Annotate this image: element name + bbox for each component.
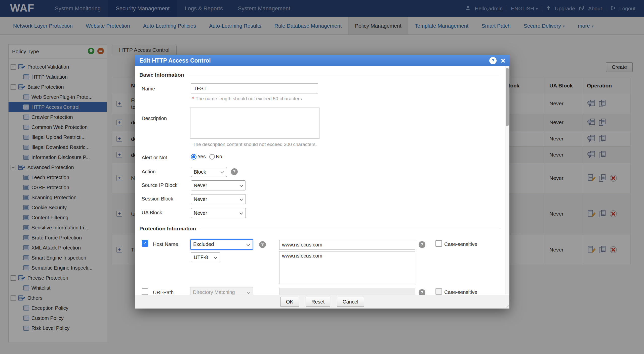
chevron-down-icon: [239, 183, 243, 187]
uri-path-help-icon[interactable]: ?: [419, 289, 425, 295]
reset-button[interactable]: Reset: [306, 297, 330, 307]
uri-path-match-select: Directory Matching: [190, 287, 253, 295]
chevron-down-icon: [214, 255, 217, 259]
uri-case-sensitive-label: Case-sensitive: [444, 289, 477, 295]
chevron-down-icon: [221, 170, 224, 173]
alert-or-not-label: Alert or Not: [142, 155, 167, 161]
source-ip-block-value: Never: [194, 183, 207, 188]
host-name-input[interactable]: [279, 240, 415, 250]
dialog-close-icon[interactable]: ×: [501, 57, 505, 64]
dialog-help-icon[interactable]: ?: [489, 57, 497, 64]
session-block-select[interactable]: Never: [191, 194, 246, 204]
description-textarea[interactable]: [190, 108, 319, 139]
session-block-value: Never: [194, 196, 207, 202]
action-label: Action: [142, 169, 156, 175]
ok-button[interactable]: OK: [280, 297, 299, 307]
name-hint: *The name length should not exceed 50 ch…: [192, 96, 302, 102]
chevron-down-icon: [247, 243, 250, 246]
scrollbar-thumb[interactable]: [506, 68, 509, 126]
ua-block-select[interactable]: Never: [191, 208, 246, 218]
uri-path-checkbox[interactable]: [142, 288, 148, 295]
basic-information-section: Basic Information: [139, 72, 501, 78]
session-block-label: Session Block: [142, 196, 173, 202]
action-select[interactable]: Block: [191, 167, 227, 177]
source-ip-block-select[interactable]: Never: [191, 180, 246, 190]
name-hint-text: The name length should not exceed 50 cha…: [195, 96, 302, 101]
dialog-title: Edit HTTP Access Control: [139, 57, 489, 64]
alert-yes-radio[interactable]: [191, 154, 196, 160]
cancel-button[interactable]: Cancel: [337, 297, 364, 307]
host-encoding-select[interactable]: UTF-8: [191, 252, 220, 262]
chevron-down-icon: [239, 211, 243, 215]
uri-path-label: URI-Path: [153, 290, 174, 295]
action-select-value: Block: [194, 169, 206, 175]
resize-handle[interactable]: [505, 304, 509, 308]
host-name-label: Host Name: [153, 241, 178, 247]
name-label: Name: [142, 86, 155, 92]
protection-information-heading: Protection Information: [139, 226, 196, 232]
source-ip-block-label: Source IP Block: [142, 182, 177, 188]
uri-case-sensitive-checkbox[interactable]: [435, 288, 442, 295]
chevron-down-icon: [247, 290, 250, 294]
edit-http-access-control-dialog: Edit HTTP Access Control ? × Basic Infor…: [135, 55, 509, 309]
action-help-icon[interactable]: ?: [231, 168, 238, 175]
basic-information-heading: Basic Information: [139, 72, 184, 78]
dialog-body: Basic Information Name *The name length …: [135, 66, 509, 295]
description-label: Description: [142, 116, 167, 121]
chevron-down-icon: [239, 197, 243, 201]
host-name-match-select[interactable]: Excluded: [190, 239, 253, 250]
alert-radio-group: Yes No: [191, 154, 222, 160]
ua-block-value: Never: [194, 210, 207, 216]
alert-no-label: No: [216, 154, 222, 160]
host-name-checkbox[interactable]: ✓: [142, 240, 148, 247]
protection-information-section: Protection Information: [139, 226, 501, 232]
host-encoding-value: UTF-8: [194, 255, 208, 260]
host-case-sensitive-label: Case-sensitive: [444, 241, 477, 247]
name-input[interactable]: [191, 83, 318, 93]
required-mark: *: [192, 96, 194, 101]
description-hint: The description content should not excee…: [193, 142, 317, 147]
alert-yes-label: Yes: [197, 154, 206, 160]
dialog-header: Edit HTTP Access Control ? ×: [135, 55, 509, 66]
host-name-list-textarea[interactable]: www.nsfocus.com: [279, 251, 415, 284]
uri-path-input: [279, 288, 415, 295]
host-case-sensitive-checkbox[interactable]: [435, 240, 442, 247]
uri-path-match-value: Directory Matching: [193, 289, 235, 295]
alert-no-radio[interactable]: [209, 154, 215, 160]
host-value-help-icon[interactable]: ?: [419, 241, 425, 248]
waf-app: WAF System Monitoring Security Managemen…: [0, 0, 644, 354]
ua-block-label: UA Block: [142, 210, 162, 216]
host-name-match-value: Excluded: [193, 241, 214, 247]
dialog-scrollbar[interactable]: [505, 66, 509, 294]
dialog-footer: OK Reset Cancel: [135, 295, 509, 309]
host-name-help-icon[interactable]: ?: [259, 241, 266, 248]
